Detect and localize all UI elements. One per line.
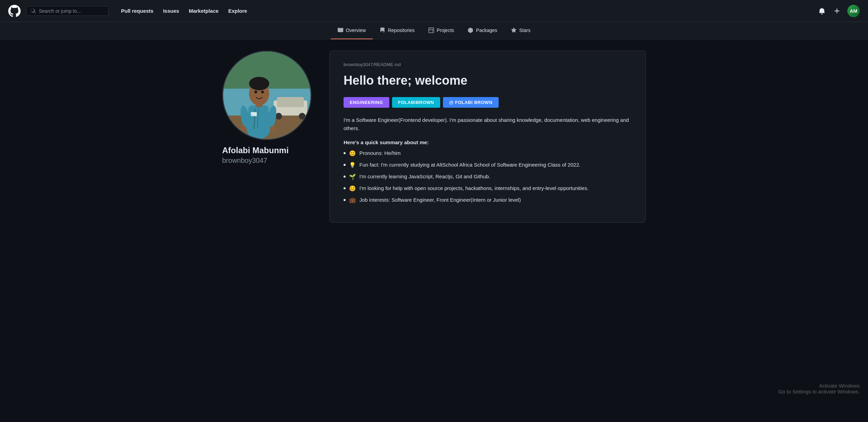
profile-subnav: Overview Repositories Projects Packages … — [0, 22, 868, 40]
profile-display-name: Afolabi Mabunmi — [222, 146, 318, 155]
repo-icon — [380, 28, 385, 33]
svg-point-17 — [249, 77, 269, 90]
list-item-text-learning: I'm currently learning JavaScript, React… — [359, 173, 490, 181]
readme-card: brownboy3047/README.md Hello there; welc… — [329, 51, 646, 223]
search-icon — [31, 8, 36, 14]
list-item-text-job: Job interests: Software Engineer, Front … — [359, 196, 521, 204]
list-item-text-funfact: Fun fact: I'm currently studying at AltS… — [359, 161, 581, 169]
badge-folabibrown-at: @ FOLABI BROWN — [443, 97, 499, 108]
badge-engineering: ENGINEERING — [344, 97, 389, 108]
subnav-projects[interactable]: Projects — [422, 22, 461, 39]
list-item-job: 💼 Job interests: Software Engineer, Fron… — [344, 196, 632, 204]
windows-watermark: Activate Windows Go to Settings to activ… — [778, 383, 860, 394]
avatar-illustration: ID — [223, 51, 311, 140]
bullet-icon — [344, 164, 346, 166]
subnav-packages[interactable]: Packages — [461, 22, 504, 39]
projects-icon — [428, 28, 434, 33]
list-item-text-help: I'm looking for help with open source pr… — [359, 184, 589, 192]
nav-pull-requests[interactable]: Pull requests — [117, 5, 158, 17]
notifications-button[interactable] — [817, 6, 827, 16]
readme-summary-heading: Here's a quick summary about me: — [344, 139, 632, 145]
readme-description: I'm a Software Engineer(Frontend develop… — [344, 116, 632, 133]
subnav-stars[interactable]: Stars — [504, 22, 538, 39]
list-item-learning: 🌱 I'm currently learning JavaScript, Rea… — [344, 173, 632, 181]
list-item-help: 😊 I'm looking for help with open source … — [344, 184, 632, 193]
bullet-icon — [344, 199, 346, 201]
nav-marketplace[interactable]: Marketplace — [185, 5, 223, 17]
packages-icon — [468, 28, 473, 33]
avatar-initials: AM — [850, 8, 857, 14]
list-item-text-pronouns: Pronouns: He/him — [359, 149, 401, 157]
subnav-repositories-label: Repositories — [388, 28, 415, 33]
profile-username: brownboy3047 — [222, 157, 318, 165]
svg-point-14 — [270, 126, 276, 131]
svg-point-18 — [254, 91, 257, 93]
plus-icon — [834, 8, 840, 14]
add-menu-button[interactable] — [832, 6, 842, 16]
book-icon — [338, 28, 343, 33]
nav-explore[interactable]: Explore — [224, 5, 251, 17]
subnav-repositories[interactable]: Repositories — [373, 22, 422, 39]
svg-point-13 — [240, 126, 247, 131]
search-box[interactable] — [26, 6, 109, 16]
nav-right: AM — [817, 5, 860, 17]
bell-icon — [818, 8, 825, 14]
subnav-packages-label: Packages — [476, 28, 497, 33]
profile-sidebar: ID Afolabi Mabunmi brownboy3047 — [222, 51, 318, 223]
badge-folabibrown: FOLABIBROWN — [392, 97, 440, 108]
subnav-overview-label: Overview — [346, 28, 366, 33]
subnav-stars-label: Stars — [519, 28, 531, 33]
readme-badges: ENGINEERING FOLABIBROWN @ FOLABI BROWN — [344, 97, 632, 108]
profile-avatar: ID — [222, 51, 312, 140]
list-item-pronouns: 😊 Pronouns: He/him — [344, 149, 632, 158]
bullet-icon — [344, 152, 346, 154]
github-logo[interactable] — [8, 5, 21, 17]
nav-issues[interactable]: Issues — [159, 5, 183, 17]
readme-filepath: brownboy3047/README.md — [344, 62, 632, 67]
main-content: ID Afolabi Mabunmi brownboy3047 brownboy… — [214, 40, 654, 234]
svg-point-19 — [261, 91, 264, 93]
watermark-line2: Go to Settings to activate Windows. — [778, 389, 860, 394]
svg-rect-4 — [277, 97, 304, 107]
list-item-funfact: 💡 Fun fact: I'm currently studying at Al… — [344, 161, 632, 169]
bullet-icon — [344, 176, 346, 178]
svg-point-6 — [299, 113, 306, 120]
bullet-icon — [344, 187, 346, 189]
subnav-projects-label: Projects — [437, 28, 454, 33]
readme-list: 😊 Pronouns: He/him 💡 Fun fact: I'm curre… — [344, 149, 632, 204]
star-icon — [511, 28, 517, 33]
nav-links: Pull requests Issues Marketplace Explore — [117, 5, 812, 17]
user-avatar-menu[interactable]: AM — [847, 5, 860, 17]
watermark-line1: Activate Windows — [778, 383, 860, 389]
navbar: Pull requests Issues Marketplace Explore… — [0, 0, 868, 22]
subnav-overview[interactable]: Overview — [331, 22, 373, 39]
readme-title: Hello there; welcome — [344, 73, 632, 89]
svg-text:ID: ID — [251, 114, 253, 116]
search-input[interactable] — [39, 8, 104, 14]
